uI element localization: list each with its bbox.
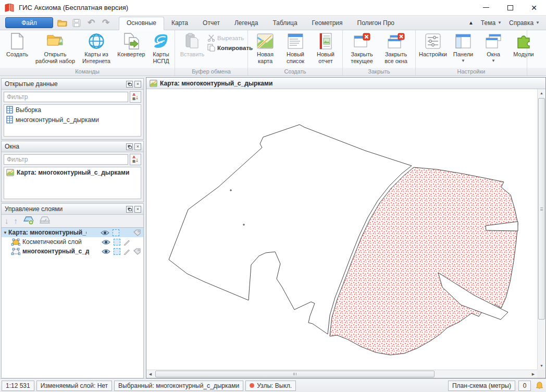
projection-button[interactable]: План-схема (метры) (448, 381, 515, 391)
map-drawing (146, 89, 537, 370)
sort-icon[interactable]: AB↓ (130, 91, 141, 103)
visibility-eye-icon[interactable] (102, 249, 110, 254)
tab-legenda[interactable]: Легенда (227, 17, 266, 30)
layer-sheet-icon (11, 238, 20, 246)
converter-icon (122, 32, 141, 50)
expander-icon[interactable]: ▼ (3, 230, 8, 235)
scroll-up-icon[interactable]: ▲ (538, 89, 545, 97)
nspd-maps-button[interactable]: Карты НСПД (148, 31, 174, 68)
maximize-button[interactable] (498, 0, 522, 16)
open-workset-button[interactable]: Открыть рабочий набор (32, 31, 78, 68)
tab-karta[interactable]: Карта (164, 17, 195, 30)
close-all-windows-icon (387, 32, 405, 50)
scroll-left-icon[interactable]: ◀ (146, 370, 154, 378)
layer-sheet-icon (11, 248, 20, 255)
panels-button[interactable]: Панели ▼ (448, 31, 478, 68)
close-button[interactable]: × (522, 0, 546, 16)
help-menu[interactable]: Справка▼ (509, 19, 540, 27)
close-panel-icon[interactable]: × (134, 81, 141, 88)
vertical-scrollbar-thumb[interactable] (538, 98, 545, 320)
visibility-eye-icon[interactable] (101, 230, 109, 236)
minimize-button[interactable] (474, 0, 498, 16)
layer-row-cosmetic[interactable]: Косметический слой (2, 237, 143, 247)
copy-icon (207, 44, 215, 52)
new-map-button[interactable]: Новая карта (250, 31, 280, 68)
move-layer-down-icon[interactable]: ↓ (5, 216, 9, 225)
close-panel-icon[interactable]: × (134, 143, 141, 150)
move-layer-up-icon[interactable]: ↑ (14, 216, 18, 225)
settings-button[interactable]: Настройки (418, 31, 448, 68)
editable-layer-indicator[interactable]: Изменяемый слой: Нет (36, 381, 112, 391)
converter-button[interactable]: Конвертер (115, 31, 148, 68)
tab-poligon-pro[interactable]: Полигон Про (350, 17, 402, 30)
close-current-button[interactable]: Закрыть текущее (345, 31, 379, 68)
list-item[interactable]: Карта: многоконтурный_с_дырками (4, 167, 141, 177)
tab-osnovnye[interactable]: Основные (119, 17, 164, 30)
open-data-panel: Открытые данные × AB↓ Выборка многоконту… (1, 78, 144, 140)
new-list-button[interactable]: Новый список (280, 31, 311, 68)
map-canvas[interactable] (146, 89, 537, 370)
theme-menu[interactable]: Тема▼ (481, 19, 502, 27)
open-workset-icon[interactable] (56, 17, 68, 29)
internet-maps-button[interactable]: Карты из Интернета (78, 31, 115, 68)
nodes-indicator[interactable]: Узлы: Выкл. (245, 381, 296, 391)
new-map-icon (256, 32, 275, 50)
horizontal-scrollbar[interactable]: ◀ ▶ (146, 370, 537, 378)
layers-panel: Управление слоями × ↓ ↑ ▼ Карта: многоко… (1, 203, 144, 378)
scroll-down-icon[interactable]: ▼ (538, 362, 545, 370)
new-report-button[interactable]: Новый отчет (311, 31, 341, 68)
selectable-checkbox[interactable] (113, 229, 119, 236)
scale-indicator[interactable]: 1:12 531 (2, 381, 34, 391)
map-window-titlebar[interactable]: Карта: многоконтурный_с_дырками (146, 78, 545, 89)
add-layer-icon[interactable] (23, 216, 34, 225)
float-panel-icon[interactable] (126, 143, 133, 150)
windows-button[interactable]: Окна ▼ (478, 31, 508, 68)
map-window: Карта: многоконтурный_с_дырками (146, 77, 546, 378)
selected-layer-indicator[interactable]: Выбранный: многоконтурный_с_дырками (114, 381, 243, 391)
horizontal-scrollbar-thumb[interactable] (155, 371, 435, 377)
scrollbar-corner (537, 370, 545, 378)
windows-panel: Окна × AB↓ Карта: многоконтурный_с_дырка… (1, 141, 144, 202)
label-tag-icon[interactable] (133, 229, 141, 236)
edit-pencil-icon[interactable] (123, 239, 130, 246)
save-icon[interactable] (71, 17, 82, 29)
sort-icon[interactable]: AB↓ (130, 154, 141, 165)
group-label-create: Создать (248, 68, 342, 76)
list-item[interactable]: многоконтурный_с_дырками (4, 115, 141, 125)
layer-row-polygon[interactable]: многоконтурный_с_д... (2, 247, 143, 256)
open-data-filter-input[interactable] (4, 92, 128, 102)
create-button[interactable]: Создать (2, 31, 32, 68)
selectable-checkbox[interactable] (114, 248, 120, 255)
list-item[interactable]: Выборка (4, 105, 141, 115)
float-panel-icon[interactable] (126, 81, 133, 88)
close-panel-icon[interactable]: × (134, 206, 141, 213)
undo-icon[interactable]: ↶ (85, 17, 97, 29)
float-panel-icon[interactable] (126, 206, 133, 213)
visibility-eye-icon[interactable] (102, 239, 110, 245)
collapse-ribbon-icon[interactable]: ▲ (468, 20, 474, 26)
selectable-checkbox[interactable] (114, 239, 120, 246)
redo-icon[interactable]: ↷ (100, 17, 111, 29)
label-tag-icon[interactable] (133, 248, 141, 255)
nspd-layers-icon (152, 32, 170, 50)
tab-tablitsa[interactable]: Таблица (266, 17, 305, 30)
new-report-icon (316, 32, 335, 50)
copy-button[interactable]: Копировать (207, 44, 253, 52)
edit-pencil-icon[interactable] (123, 248, 130, 255)
notifications-bell-icon[interactable] (534, 381, 544, 391)
tab-otchet[interactable]: Отчет (195, 17, 227, 30)
file-menu-button[interactable]: Файл (5, 17, 53, 28)
globe-icon (87, 32, 106, 50)
tab-geometriya[interactable]: Геометрия (305, 17, 350, 30)
group-label-close: Закрыть (343, 68, 415, 76)
layer-row-map[interactable]: ▼ Карта: многоконтурный_с_... (2, 228, 143, 237)
cut-button[interactable]: Вырезать (207, 34, 253, 42)
window-title: ГИС Аксиома (Бесплатная версия) (19, 4, 128, 11)
scroll-right-icon[interactable]: ▶ (529, 370, 537, 378)
paste-button[interactable]: Вставить (177, 31, 207, 68)
windows-filter-input[interactable] (4, 154, 128, 165)
close-all-button[interactable]: Закрыть все окна (379, 31, 413, 68)
vertical-scrollbar[interactable]: ▲ ▼ (537, 89, 545, 370)
layer-options-icon[interactable] (40, 216, 50, 225)
notification-count[interactable]: 0 (518, 381, 531, 391)
